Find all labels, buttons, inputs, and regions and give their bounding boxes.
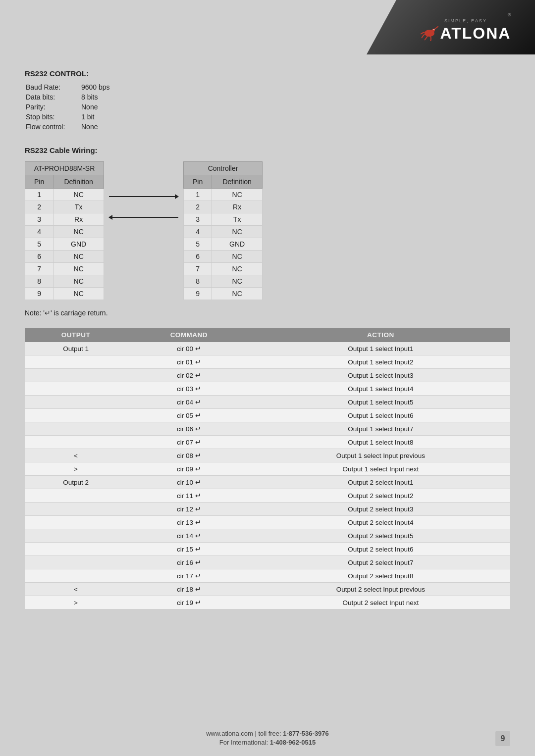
command-row: > cir 19 ↵ Output 2 select Input next (25, 596, 510, 609)
pin-definition: NC (212, 288, 263, 300)
action-cell: Output 2 select Input3 (251, 503, 510, 516)
command-row: < cir 08 ↵ Output 1 select Input previou… (25, 449, 510, 462)
international-number: 1-408-962-0515 (270, 739, 316, 746)
action-cell: Output 1 select Input4 (251, 382, 510, 396)
control-setting-row: Stop bits:1 bit (26, 112, 110, 121)
controller-pin-row: 5GND (184, 238, 263, 251)
output-cell: Output 2 (25, 476, 127, 489)
setting-label: Data bits: (26, 93, 80, 101)
command-cell: cir 12 ↵ (127, 503, 251, 516)
action-cell: Output 1 select Input6 (251, 409, 510, 422)
pin-definition: NC (54, 226, 104, 238)
command-row: cir 11 ↵ Output 2 select Input2 (25, 489, 510, 503)
command-cell: cir 02 ↵ (127, 369, 251, 382)
pin-number: 1 (184, 189, 212, 201)
device-pin-row: 5GND (25, 238, 104, 251)
pin-definition: NC (54, 263, 104, 275)
command-table: OUTPUT COMMAND ACTION Output 1 cir 00 ↵ … (25, 328, 510, 609)
device-pin-row: 7NC (25, 263, 104, 275)
command-row: cir 14 ↵ Output 2 select Input5 (25, 529, 510, 543)
pin-definition: GND (212, 238, 263, 251)
command-row: cir 04 ↵ Output 1 select Input5 (25, 396, 510, 409)
setting-label: Parity: (26, 102, 80, 111)
pin-number: 5 (25, 238, 54, 251)
pin-definition: GND (54, 238, 104, 251)
command-cell: cir 14 ↵ (127, 529, 251, 543)
output-cell (25, 382, 127, 396)
command-row: cir 13 ↵ Output 2 select Input4 (25, 516, 510, 529)
controller-pin-row: 6NC (184, 251, 263, 263)
command-row: cir 16 ↵ Output 2 select Input7 (25, 556, 510, 569)
command-row: cir 03 ↵ Output 1 select Input4 (25, 382, 510, 396)
device-pin-row: 1NC (25, 189, 104, 201)
pin-number: 6 (25, 251, 54, 263)
pin-number: 4 (25, 226, 54, 238)
controller-pin-row: 8NC (184, 275, 263, 288)
command-cell: cir 18 ↵ (127, 583, 251, 596)
output-cell (25, 543, 127, 556)
action-cell: Output 1 select Input2 (251, 355, 510, 369)
command-cell: cir 05 ↵ (127, 409, 251, 422)
output-cell (25, 436, 127, 449)
pin-number: 8 (184, 275, 212, 288)
pin-number: 2 (184, 201, 212, 213)
command-cell: cir 15 ↵ (127, 543, 251, 556)
forward-arrow (109, 196, 178, 197)
logo-container: ® SIMPLE, EASY ATLONA (421, 12, 511, 43)
output-cell (25, 569, 127, 583)
controller-pin-row: 2Rx (184, 201, 263, 213)
output-cell: > (25, 462, 127, 476)
toll-free-number: 1-877-536-3976 (283, 730, 329, 737)
device-pin-table: AT-PROHD88M-SR Pin Definition 1NC2Tx3Rx4… (25, 161, 104, 300)
wiring-section: RS232 Cable Wiring: AT-PROHD88M-SR Pin D… (25, 146, 510, 300)
device-name-header: AT-PROHD88M-SR (25, 162, 104, 175)
carriage-return-note: Note: '↵' is carriage return. (25, 309, 510, 317)
action-cell: Output 1 select Input8 (251, 436, 510, 449)
action-cell: Output 1 select Input next (251, 462, 510, 476)
page-number: 9 (495, 731, 510, 746)
command-row: cir 12 ↵ Output 2 select Input3 (25, 503, 510, 516)
output-cell (25, 556, 127, 569)
svg-point-2 (433, 29, 434, 30)
controller-pin-row: 3Tx (184, 213, 263, 226)
setting-value: 1 bit (81, 112, 110, 121)
main-content: RS232 CONTROL: Baud Rate:9600 bpsData bi… (0, 54, 535, 639)
pin-number: 5 (184, 238, 212, 251)
output-cell: < (25, 449, 127, 462)
pin-definition: NC (212, 263, 263, 275)
command-row: Output 2 cir 10 ↵ Output 2 select Input1 (25, 476, 510, 489)
control-setting-row: Parity:None (26, 102, 110, 111)
pin-number: 2 (25, 201, 54, 213)
command-row: cir 06 ↵ Output 1 select Input7 (25, 422, 510, 436)
command-cell: cir 08 ↵ (127, 449, 251, 462)
command-row: cir 15 ↵ Output 2 select Input6 (25, 543, 510, 556)
command-cell: cir 07 ↵ (127, 436, 251, 449)
command-row: cir 17 ↵ Output 2 select Input8 (25, 569, 510, 583)
registered-mark: ® (508, 12, 511, 17)
command-cell: cir 10 ↵ (127, 476, 251, 489)
action-cell: Output 1 select Input5 (251, 396, 510, 409)
command-cell: cir 11 ↵ (127, 489, 251, 503)
pin-number: 3 (184, 213, 212, 226)
output-cell: > (25, 596, 127, 609)
brand-text: ATLONA (440, 24, 511, 43)
command-row: cir 02 ↵ Output 1 select Input3 (25, 369, 510, 382)
device-pin-row: 2Tx (25, 201, 104, 213)
pin-definition: NC (54, 251, 104, 263)
device-def-col-header: Definition (54, 175, 104, 189)
pin-definition: Tx (212, 213, 263, 226)
command-row: cir 07 ↵ Output 1 select Input8 (25, 436, 510, 449)
control-setting-row: Data bits:8 bits (26, 93, 110, 101)
brand-name: ATLONA (421, 24, 511, 43)
output-cell: Output 1 (25, 342, 127, 355)
action-cell: Output 2 select Input7 (251, 556, 510, 569)
command-row: < cir 18 ↵ Output 2 select Input previou… (25, 583, 510, 596)
action-cell: Output 2 select Input5 (251, 529, 510, 543)
pin-definition: Rx (54, 213, 104, 226)
forward-arrow-line (109, 196, 178, 197)
output-cell (25, 355, 127, 369)
command-cell: cir 17 ↵ (127, 569, 251, 583)
command-col-header: COMMAND (127, 328, 251, 342)
pin-number: 1 (25, 189, 54, 201)
setting-value: 8 bits (81, 93, 110, 101)
